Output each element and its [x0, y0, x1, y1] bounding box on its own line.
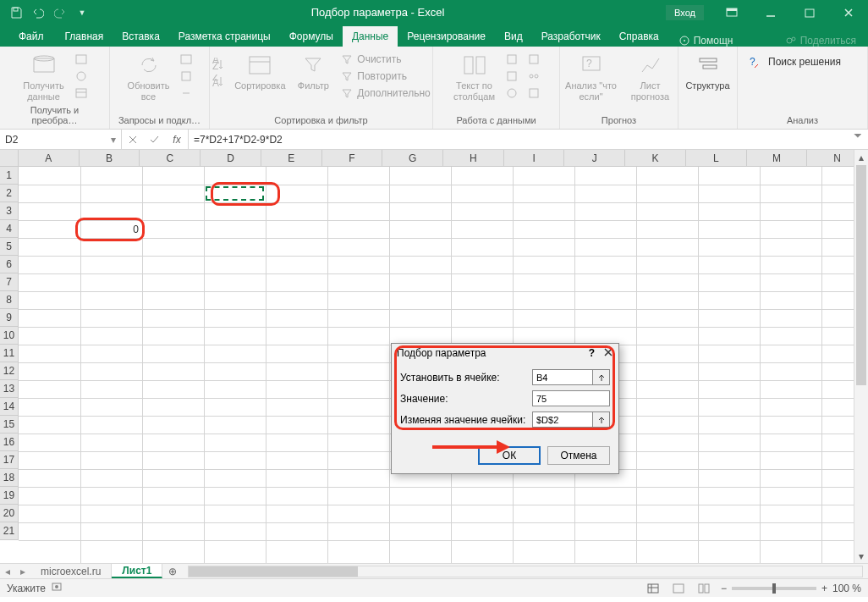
- tab-help[interactable]: Справка: [610, 26, 668, 47]
- column-headers[interactable]: ABCDEFGHIJKLMN: [19, 150, 868, 167]
- horizontal-scrollbar[interactable]: [188, 566, 863, 577]
- col-C[interactable]: C: [140, 150, 201, 166]
- col-F[interactable]: F: [322, 150, 383, 166]
- vertical-scrollbar[interactable]: ▴ ▾: [854, 150, 868, 563]
- sheet-nav-prev[interactable]: ◂: [0, 566, 15, 577]
- row-5[interactable]: 5: [0, 238, 18, 256]
- cell-b4[interactable]: 0: [81, 221, 142, 238]
- row-7[interactable]: 7: [0, 273, 18, 291]
- minimize-icon[interactable]: [751, 0, 790, 25]
- row-10[interactable]: 10: [0, 327, 18, 345]
- maximize-icon[interactable]: [790, 0, 829, 25]
- col-J[interactable]: J: [564, 150, 625, 166]
- outline-button[interactable]: Структура: [684, 50, 732, 91]
- row-13[interactable]: 13: [0, 380, 18, 398]
- tab-home[interactable]: Главная: [56, 26, 113, 47]
- filter-button[interactable]: Фильтр: [293, 50, 333, 91]
- share-button[interactable]: Поделиться: [785, 35, 856, 47]
- row-headers[interactable]: 123456789101112131415161718192021: [0, 167, 19, 540]
- whatif-button[interactable]: ?Анализ "что если": [563, 50, 620, 102]
- select-all-button[interactable]: [0, 150, 19, 167]
- name-box[interactable]: D2▾: [0, 130, 122, 149]
- login-button[interactable]: Вход: [666, 5, 704, 20]
- col-I[interactable]: I: [504, 150, 565, 166]
- row-9[interactable]: 9: [0, 309, 18, 327]
- data-validation-icon[interactable]: [503, 86, 520, 101]
- value-input[interactable]: [532, 390, 610, 406]
- sort-za-icon[interactable]: ZA: [210, 74, 227, 89]
- col-B[interactable]: B: [80, 150, 140, 166]
- qat-dropdown-icon[interactable]: ▼: [74, 5, 90, 20]
- changing-cell-input[interactable]: [532, 411, 593, 428]
- consolidate-icon[interactable]: [525, 52, 542, 67]
- row-21[interactable]: 21: [0, 522, 18, 540]
- remove-dup-icon[interactable]: [503, 69, 520, 84]
- undo-icon[interactable]: [30, 5, 46, 20]
- fx-icon[interactable]: fx: [166, 134, 188, 146]
- row-3[interactable]: 3: [0, 202, 18, 220]
- macro-record-icon[interactable]: [52, 583, 63, 594]
- save-icon[interactable]: [8, 5, 24, 20]
- col-H[interactable]: H: [443, 150, 504, 166]
- zoom-slider[interactable]: [732, 587, 816, 590]
- row-12[interactable]: 12: [0, 362, 18, 380]
- col-K[interactable]: K: [625, 150, 686, 166]
- text-to-columns-button[interactable]: Текст по столбцам: [451, 50, 498, 102]
- tab-review[interactable]: Рецензирование: [398, 26, 495, 47]
- queries-icon[interactable]: [178, 52, 195, 67]
- zoom-in-icon[interactable]: +: [821, 583, 827, 594]
- row-15[interactable]: 15: [0, 416, 18, 434]
- clear-filter[interactable]: Очистить: [338, 52, 431, 67]
- forecast-button[interactable]: Лист прогноза: [625, 50, 676, 102]
- sheet-nav-next[interactable]: ▸: [15, 566, 30, 577]
- reapply-filter[interactable]: Повторить: [338, 69, 431, 84]
- from-web-icon[interactable]: [73, 69, 90, 84]
- cancel-formula-icon[interactable]: [122, 135, 144, 144]
- row-4[interactable]: 4: [0, 220, 18, 238]
- row-2[interactable]: 2: [0, 185, 18, 202]
- ribbon-options-icon[interactable]: [712, 0, 751, 25]
- solver-button[interactable]: ?Поиск решения: [744, 50, 846, 74]
- zoom-level[interactable]: 100 %: [832, 583, 861, 594]
- col-D[interactable]: D: [201, 150, 261, 166]
- dialog-help-icon[interactable]: ?: [589, 347, 595, 360]
- col-M[interactable]: M: [747, 150, 808, 166]
- tab-layout[interactable]: Разметка страницы: [169, 26, 280, 47]
- sort-button[interactable]: Сортировка: [232, 50, 288, 91]
- col-E[interactable]: E: [261, 150, 322, 166]
- expand-formula-icon[interactable]: ⏷: [853, 130, 863, 149]
- ref-picker-icon-2[interactable]: [593, 411, 610, 428]
- row-8[interactable]: 8: [0, 291, 18, 309]
- view-normal-icon[interactable]: [645, 582, 662, 595]
- sort-az-icon[interactable]: AZ: [210, 57, 227, 72]
- tell-me[interactable]: Помощн: [678, 35, 733, 47]
- formula-input[interactable]: =7*D2+17*D2-9*D2: [189, 130, 853, 149]
- manage-data-icon[interactable]: [525, 86, 542, 101]
- tab-formulas[interactable]: Формулы: [280, 26, 343, 47]
- sheet-tab-2[interactable]: Лист1: [112, 564, 162, 578]
- tab-developer[interactable]: Разработчик: [532, 26, 610, 47]
- row-11[interactable]: 11: [0, 345, 18, 362]
- row-14[interactable]: 14: [0, 398, 18, 416]
- properties-icon[interactable]: [178, 69, 195, 84]
- tab-view[interactable]: Вид: [495, 26, 532, 47]
- row-17[interactable]: 17: [0, 451, 18, 469]
- col-G[interactable]: G: [382, 150, 443, 166]
- set-cell-input[interactable]: [532, 369, 593, 385]
- row-19[interactable]: 19: [0, 487, 18, 505]
- refresh-all-button[interactable]: Обновить все: [125, 50, 173, 102]
- row-18[interactable]: 18: [0, 469, 18, 487]
- relationships-icon[interactable]: [525, 69, 542, 84]
- row-16[interactable]: 16: [0, 434, 18, 451]
- row-1[interactable]: 1: [0, 167, 18, 185]
- view-pagebreak-icon[interactable]: [695, 582, 712, 595]
- redo-icon[interactable]: [52, 5, 68, 20]
- tab-file[interactable]: Файл: [7, 26, 56, 47]
- flash-fill-icon[interactable]: [503, 52, 520, 67]
- sheet-tab-1[interactable]: microexcel.ru: [30, 564, 112, 578]
- row-20[interactable]: 20: [0, 505, 18, 522]
- row-6[interactable]: 6: [0, 256, 18, 273]
- col-L[interactable]: L: [686, 150, 747, 166]
- close-icon[interactable]: [829, 0, 868, 25]
- accept-formula-icon[interactable]: [144, 135, 166, 144]
